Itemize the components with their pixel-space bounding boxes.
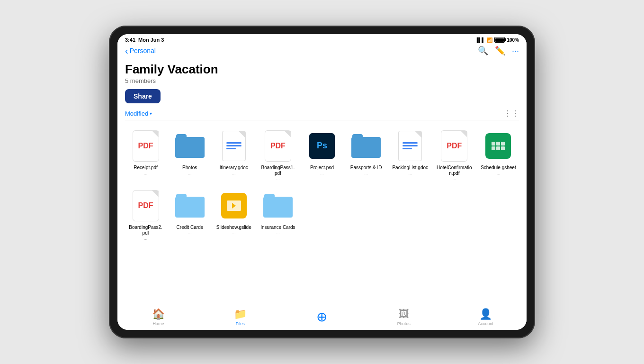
file-icon-wrap xyxy=(173,129,207,163)
file-icon-wrap xyxy=(261,189,295,223)
wifi-icon: 📶 xyxy=(487,37,492,43)
file-more-button[interactable]: ··· xyxy=(276,177,280,182)
bottom-nav-home[interactable]: 🏠 Home xyxy=(144,308,172,326)
file-item[interactable]: Itinerary.gdoc ··· xyxy=(213,127,254,184)
time: 3:41 xyxy=(125,37,135,43)
battery-icon xyxy=(494,37,505,43)
status-left: 3:41 Mon Jun 3 xyxy=(125,37,164,43)
file-more-button[interactable]: ··· xyxy=(144,237,148,242)
file-icon-wrap: PDF xyxy=(261,129,295,163)
file-icon-wrap xyxy=(217,189,251,223)
folder-icon xyxy=(175,194,205,218)
file-more-button[interactable]: ··· xyxy=(276,231,280,236)
file-icon-wrap xyxy=(393,129,427,163)
file-name: HotelConfirmation.pdf xyxy=(436,165,472,176)
file-icon-wrap xyxy=(349,129,383,163)
file-name: BoardingPass1.pdf xyxy=(260,165,296,176)
file-more-button[interactable]: ··· xyxy=(320,172,324,176)
battery-label: 100% xyxy=(507,37,519,43)
pdf-icon: PDF xyxy=(441,130,467,162)
bottom-nav-label: Photos xyxy=(397,321,411,326)
pdf-icon: PDF xyxy=(265,130,291,162)
folder-icon xyxy=(175,134,205,158)
file-item[interactable]: PDF BoardingPass2.pdf ··· xyxy=(125,187,166,244)
file-name: Photos xyxy=(182,165,197,171)
file-item[interactable]: PDF Receipt.pdf ··· xyxy=(125,127,166,184)
bottom-nav-icon: 🏠 xyxy=(152,308,165,320)
sort-bar: Modified ▾ ⋮⋮ xyxy=(125,109,519,120)
page-title: Family Vacation xyxy=(125,63,519,76)
bottom-nav-label: Files xyxy=(236,321,245,326)
pdf-icon: PDF xyxy=(133,190,159,221)
folder-icon xyxy=(351,134,381,158)
search-icon[interactable]: 🔍 xyxy=(478,46,488,56)
plus-icon: ⊕ xyxy=(316,310,327,324)
file-item[interactable]: Credit Cards ··· xyxy=(169,187,210,244)
file-item[interactable]: PDF HotelConfirmation.pdf ··· xyxy=(434,127,475,184)
file-item[interactable]: PDF BoardingPass1.pdf ··· xyxy=(257,127,298,184)
bottom-nav-files[interactable]: 📁 Files xyxy=(226,308,254,326)
file-more-button[interactable]: ··· xyxy=(144,172,148,176)
bottom-nav-label: Account xyxy=(478,321,493,326)
file-item[interactable]: Passports & ID ··· xyxy=(346,127,387,184)
gdoc-icon xyxy=(222,131,246,161)
file-name: Passports & ID xyxy=(350,165,382,171)
date: Mon Jun 3 xyxy=(138,37,164,43)
nav-back-button[interactable]: Personal xyxy=(125,46,156,55)
file-grid: PDF Receipt.pdf ··· Photos ··· Itinerary… xyxy=(125,125,519,246)
file-more-button[interactable]: ··· xyxy=(453,177,456,182)
file-name: PackingList.gdoc xyxy=(392,165,428,171)
file-more-button[interactable]: ··· xyxy=(188,231,192,236)
create-button[interactable]: ⊕ xyxy=(313,309,331,326)
file-name: Project.psd xyxy=(310,165,334,171)
bottom-nav-icon: 👤 xyxy=(479,308,492,320)
file-name: Receipt.pdf xyxy=(134,165,158,171)
file-item[interactable]: Insurance Cards ··· xyxy=(257,187,298,244)
edit-icon[interactable]: ✏️ xyxy=(495,46,505,56)
file-item[interactable]: Ps Project.psd ··· xyxy=(301,127,342,184)
file-name: Itinerary.gdoc xyxy=(220,165,248,171)
share-button[interactable]: Share xyxy=(125,89,161,103)
file-more-button[interactable]: ··· xyxy=(232,172,236,176)
file-icon-wrap xyxy=(217,129,251,163)
psd-icon: Ps xyxy=(309,133,335,159)
file-name: Insurance Cards xyxy=(260,225,295,230)
file-more-button[interactable]: ··· xyxy=(188,172,192,176)
sort-text: Modified xyxy=(125,110,148,117)
pdf-icon: PDF xyxy=(133,130,159,162)
file-icon-wrap: PDF xyxy=(129,129,163,163)
bottom-nav-icon: 🖼 xyxy=(399,308,409,320)
file-more-button[interactable]: ··· xyxy=(232,231,236,236)
bottom-nav-create[interactable]: ⊕ xyxy=(308,309,336,326)
file-icon-wrap: PDF xyxy=(437,129,471,163)
members-count: 5 members xyxy=(125,77,519,84)
nav-icons: 🔍 ✏️ ··· xyxy=(478,46,519,56)
file-item[interactable]: Slideshow.gslide ··· xyxy=(213,187,254,244)
sort-label[interactable]: Modified ▾ xyxy=(125,110,152,117)
nav-bar: Personal 🔍 ✏️ ··· xyxy=(117,45,527,59)
more-icon[interactable]: ··· xyxy=(512,46,519,56)
status-bar: 3:41 Mon Jun 3 ▐▌▌ 📶 100% xyxy=(117,34,527,45)
file-name: Schedule.gsheet xyxy=(481,165,516,171)
file-icon-wrap: Ps xyxy=(305,129,339,163)
gslide-icon xyxy=(221,193,247,218)
file-name: Credit Cards xyxy=(177,225,203,230)
back-label: Personal xyxy=(130,47,156,55)
bottom-nav-account[interactable]: 👤 Account xyxy=(472,308,500,326)
tablet-frame: 3:41 Mon Jun 3 ▐▌▌ 📶 100% Personal 🔍 ✏️ … xyxy=(109,26,535,338)
file-name: BoardingPass2.pdf xyxy=(128,225,164,236)
file-item[interactable]: PackingList.gdoc ··· xyxy=(390,127,431,184)
file-more-button[interactable]: ··· xyxy=(497,172,501,176)
signal-icon: ▐▌▌ xyxy=(475,37,485,43)
file-icon-wrap xyxy=(481,129,515,163)
file-icon-wrap: PDF xyxy=(129,189,163,223)
bottom-nav-photos[interactable]: 🖼 Photos xyxy=(390,308,418,326)
content-area: Family Vacation 5 members Share Modified… xyxy=(117,59,527,305)
file-item[interactable]: Schedule.gsheet ··· xyxy=(478,127,519,184)
file-icon-wrap xyxy=(173,189,207,223)
grid-view-icon[interactable]: ⋮⋮ xyxy=(504,109,519,118)
file-item[interactable]: Photos ··· xyxy=(169,127,210,184)
file-more-button[interactable]: ··· xyxy=(364,172,368,176)
file-more-button[interactable]: ··· xyxy=(408,172,412,176)
folder-icon xyxy=(263,194,293,218)
